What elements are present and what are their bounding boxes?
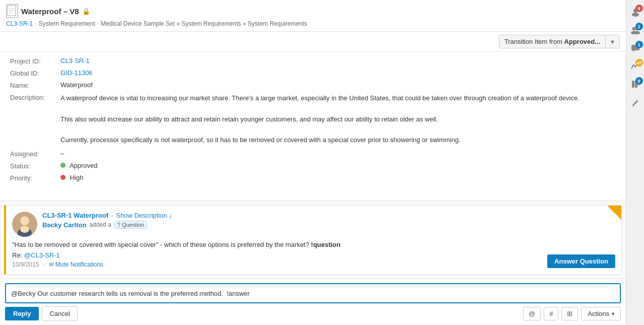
- status-label: Status:: [10, 162, 60, 170]
- image-button[interactable]: ⊞: [561, 307, 578, 320]
- svg-point-5: [20, 216, 29, 225]
- cancel-button[interactable]: Cancel: [42, 306, 77, 321]
- actions-caret-icon: ▾: [612, 311, 614, 316]
- comment-icon[interactable]: 1: [627, 40, 643, 56]
- comment-ref: Re: @CL3-SR-1: [12, 251, 615, 259]
- comment-item-link[interactable]: CL3-SR-1 Waterproof: [42, 212, 108, 219]
- comment-section: CL3-SR-1 Waterproof · Show Description ↓…: [0, 201, 626, 279]
- bookmarks-icon[interactable]: 8: [627, 77, 643, 93]
- project-link[interactable]: CL3-SR-1: [6, 20, 33, 27]
- group-icon[interactable]: 2: [627, 22, 643, 38]
- mute-notifications-link[interactable]: ✉ Mute Notifications: [49, 261, 103, 268]
- toolbar-row: Transition Item from Approved... ▼: [0, 32, 626, 52]
- status-value: Approved: [60, 162, 98, 169]
- edit-icon[interactable]: [627, 95, 643, 111]
- reply-input[interactable]: [5, 283, 621, 303]
- lock-icon: 🔒: [82, 8, 90, 15]
- comment-badge: 1: [635, 41, 643, 48]
- priority-dot-red: [60, 175, 66, 180]
- comment-user-row: Becky Carlton added a ? Question: [42, 221, 615, 229]
- field-priority: Priority: High: [10, 174, 616, 182]
- field-name: Name: Waterproof: [10, 81, 616, 89]
- comment-body: "Has to be removed or covered with speci…: [12, 241, 615, 248]
- bookmarks-badge: 8: [635, 77, 643, 85]
- transition-button[interactable]: Transition Item from Approved... ▼: [499, 35, 620, 48]
- project-id-link[interactable]: CL3-SR-1: [60, 57, 90, 64]
- answer-question-button[interactable]: Answer Question: [547, 254, 615, 268]
- item-details: Project ID: CL3-SR-1 Global ID: GID-1130…: [0, 52, 626, 201]
- activity-icon[interactable]: 48: [627, 58, 643, 75]
- activity-badge: 48: [635, 59, 643, 67]
- description-value: A waterproof device is vital to increasi…: [60, 93, 579, 146]
- page-title: Waterproof – V8: [21, 7, 79, 16]
- field-description: Description: A waterproof device is vita…: [10, 93, 616, 146]
- actions-button[interactable]: Actions ▾: [581, 307, 621, 320]
- svg-marker-15: [633, 50, 635, 52]
- show-description-link[interactable]: Show Description ↓: [116, 212, 172, 219]
- comment-box: CL3-SR-1 Waterproof · Show Description ↓…: [4, 205, 622, 275]
- description-label: Description:: [10, 93, 60, 101]
- user-badge: 9: [635, 5, 643, 12]
- reply-area: Reply Cancel @ # ⊞ Actions ▾: [0, 279, 626, 325]
- comment-ref-link[interactable]: @CL3-SR-1: [24, 251, 60, 259]
- project-id-label: Project ID:: [10, 57, 60, 65]
- field-global-id: Global ID: GID-11306: [10, 69, 616, 77]
- doc-icon: [6, 4, 18, 18]
- assigned-value: –: [60, 150, 64, 157]
- project-id-value: CL3-SR-1: [60, 57, 90, 64]
- comment-meta: CL3-SR-1 Waterproof · Show Description ↓…: [42, 212, 615, 230]
- breadcrumb-path: Medical Device Sample Set » System Requi…: [101, 20, 307, 27]
- comment-footer: 10/9/2015 · ✉ Mute Notifications: [12, 261, 615, 268]
- global-id-label: Global ID:: [10, 69, 60, 77]
- svg-rect-16: [632, 81, 634, 88]
- right-sidebar: 9 2 1 48 8: [626, 0, 644, 325]
- comment-header: CL3-SR-1 Waterproof · Show Description ↓…: [12, 212, 615, 237]
- at-button[interactable]: @: [523, 307, 541, 320]
- mute-icon: ✉: [49, 261, 54, 268]
- transition-arrow-icon[interactable]: ▼: [606, 36, 619, 47]
- header: Waterproof – V8 🔒 CL3-SR-1 · System Requ…: [0, 0, 626, 32]
- item-type: System Requirement: [39, 20, 95, 27]
- assigned-label: Assigned:: [10, 150, 60, 158]
- priority-label: Priority:: [10, 174, 60, 182]
- orange-corner-badge: [607, 206, 621, 220]
- svg-point-7: [20, 226, 29, 233]
- comment-date: 10/9/2015: [12, 261, 39, 268]
- status-dot-green: [60, 163, 66, 168]
- global-id-link[interactable]: GID-11306: [60, 69, 93, 77]
- field-project-id: Project ID: CL3-SR-1: [10, 57, 616, 65]
- hash-button[interactable]: #: [544, 307, 558, 320]
- svg-point-9: [632, 13, 639, 17]
- comment-sep: ·: [111, 212, 113, 219]
- name-value: Waterproof: [60, 81, 93, 89]
- comment-title-row: CL3-SR-1 Waterproof · Show Description ↓: [42, 212, 615, 219]
- avatar: [12, 212, 37, 237]
- field-assigned: Assigned: –: [10, 150, 616, 158]
- field-status: Status: Approved: [10, 162, 616, 170]
- question-badge: ? Question: [114, 221, 147, 229]
- reply-button[interactable]: Reply: [5, 307, 39, 320]
- priority-value: High: [60, 174, 83, 181]
- comment-user-link[interactable]: Becky Carlton: [42, 221, 86, 229]
- global-id-value: GID-11306: [60, 69, 93, 77]
- svg-point-10: [632, 27, 635, 31]
- group-badge: 2: [635, 23, 643, 30]
- user-icon[interactable]: 9: [627, 4, 643, 20]
- reply-toolbar: Reply Cancel @ # ⊞ Actions ▾: [5, 306, 621, 321]
- breadcrumb: CL3-SR-1 · System Requirement · Medical …: [6, 20, 620, 27]
- name-label: Name:: [10, 81, 60, 89]
